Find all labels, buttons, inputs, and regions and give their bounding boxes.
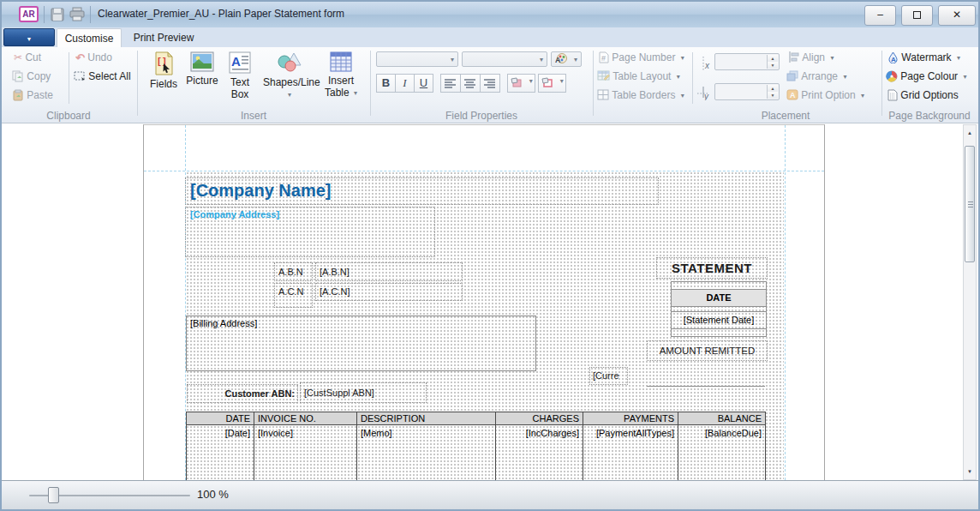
amount-remitted-line[interactable] bbox=[647, 386, 765, 387]
date-header-cell[interactable]: DATE bbox=[672, 290, 766, 307]
amount-remitted-field[interactable]: AMOUNT REMITTED bbox=[647, 340, 768, 361]
column-header[interactable]: DATE bbox=[187, 412, 254, 424]
table-cell[interactable]: [BalanceDue] bbox=[678, 425, 765, 480]
table-cell[interactable]: [Date] bbox=[187, 425, 254, 480]
statement-table[interactable]: DATE INVOICE NO. DESCRIPTION CHARGES PAY… bbox=[186, 412, 766, 480]
print-button[interactable] bbox=[69, 7, 86, 22]
grid-options-button[interactable]: Grid Options bbox=[887, 89, 959, 103]
svg-text:A: A bbox=[555, 56, 561, 64]
align-center-button[interactable] bbox=[460, 74, 481, 93]
currency-field[interactable]: [Curre bbox=[589, 367, 628, 385]
italic-icon: I bbox=[403, 76, 406, 89]
close-button[interactable]: ✕ bbox=[938, 5, 976, 26]
insert-table-button[interactable]: Insert Table ▾ bbox=[320, 50, 362, 104]
align-button[interactable]: Align ▾ bbox=[788, 51, 834, 65]
y-position-stepper[interactable]: ▲ ▼ bbox=[714, 83, 780, 100]
chevron-down-icon: ▼ bbox=[27, 36, 33, 42]
svg-text:A: A bbox=[891, 56, 896, 63]
page-number-button[interactable]: # Page Number ▾ bbox=[599, 51, 684, 65]
copy-button[interactable]: Copy bbox=[12, 70, 51, 84]
billing-address-field[interactable]: [Billing Address] bbox=[186, 316, 536, 371]
watermark-icon: A bbox=[887, 51, 899, 63]
font-family-select[interactable]: ▾ bbox=[376, 51, 458, 67]
acn-value-field[interactable]: [A.C.N] bbox=[315, 283, 463, 301]
scrollbar-thumb[interactable] bbox=[965, 146, 975, 262]
y-position-down-button[interactable]: ▼ bbox=[767, 92, 778, 99]
bold-button[interactable]: B bbox=[376, 74, 396, 93]
table-cell[interactable]: [Memo] bbox=[357, 425, 496, 480]
clipboard-group-label: Clipboard bbox=[2, 110, 135, 122]
page-colour-button[interactable]: Page Colour ▾ bbox=[886, 70, 966, 84]
company-address-field[interactable]: [Company Address] bbox=[185, 207, 435, 257]
statement-date-table[interactable]: DATE [Statement Date] bbox=[671, 281, 767, 337]
scroll-up-button[interactable]: ▲ bbox=[964, 125, 976, 141]
zoom-slider-thumb[interactable] bbox=[48, 487, 59, 503]
column-header[interactable]: BALANCE bbox=[678, 412, 765, 424]
table-cell[interactable]: [IncCharges] bbox=[496, 425, 583, 480]
print-icon bbox=[69, 7, 86, 22]
column-header[interactable]: INVOICE NO. bbox=[254, 412, 357, 424]
x-position-up-button[interactable]: ▲ bbox=[767, 55, 778, 62]
app-menu-button[interactable]: ▼ bbox=[3, 28, 55, 46]
table-cell[interactable]: [PaymentAllTypes] bbox=[583, 425, 678, 480]
y-position-up-button[interactable]: ▲ bbox=[767, 85, 778, 92]
app-window: AR Clearwater_Premier_AU - Plain Paper S… bbox=[0, 0, 980, 511]
statement-table-body-row[interactable]: [Date] [Invoice] [Memo] [IncCharges] [Pa… bbox=[186, 425, 766, 480]
picture-label: Picture bbox=[186, 75, 218, 87]
save-button[interactable] bbox=[50, 7, 67, 22]
table-spacer-row bbox=[672, 282, 766, 290]
acn-label-field[interactable]: A.C.N bbox=[274, 283, 313, 308]
design-canvas[interactable]: [Company Name] [Company Address] A.B.N [… bbox=[2, 123, 978, 480]
customer-abn-value-field[interactable]: [CustSuppl ABN] bbox=[300, 382, 427, 403]
statement-date-cell[interactable]: [Statement Date] bbox=[672, 312, 766, 329]
arrange-button[interactable]: Arrange ▾ bbox=[786, 70, 846, 84]
border-colour-button[interactable]: ▾ bbox=[538, 74, 566, 93]
right-margin-guide bbox=[785, 125, 786, 480]
cut-button[interactable]: ✂ Cut bbox=[14, 51, 41, 65]
svg-text:A: A bbox=[790, 91, 796, 99]
svg-text:x: x bbox=[704, 61, 710, 70]
column-header[interactable]: PAYMENTS bbox=[583, 412, 678, 424]
align-left-button[interactable] bbox=[440, 74, 461, 93]
x-position-stepper[interactable]: ▲ ▼ bbox=[714, 53, 780, 70]
tab-print-preview[interactable]: Print Preview bbox=[123, 28, 204, 47]
titlebar-divider bbox=[90, 6, 91, 23]
fill-colour-button[interactable]: ▾ bbox=[507, 74, 535, 93]
table-cell[interactable]: [Invoice] bbox=[254, 425, 357, 480]
watermark-button[interactable]: A Watermark ▾ bbox=[887, 51, 960, 65]
italic-button[interactable]: I bbox=[395, 74, 415, 93]
column-header[interactable]: DESCRIPTION bbox=[357, 412, 496, 424]
tab-customise[interactable]: Customise bbox=[57, 28, 122, 47]
text-box-button[interactable]: A Text Box bbox=[224, 50, 256, 104]
column-header[interactable]: CHARGES bbox=[496, 412, 583, 424]
table-layout-button[interactable]: Table Layout ▾ bbox=[597, 70, 680, 84]
align-right-button[interactable] bbox=[480, 74, 500, 93]
minimize-button[interactable]: – bbox=[864, 5, 896, 26]
chevron-down-icon: ▾ bbox=[527, 77, 533, 85]
vertical-scrollbar[interactable]: ▲ ▼ bbox=[963, 124, 977, 480]
scroll-down-button[interactable]: ▼ bbox=[964, 464, 976, 479]
undo-button[interactable]: ↶ Undo bbox=[75, 51, 112, 65]
x-position-down-button[interactable]: ▼ bbox=[767, 62, 778, 69]
select-all-button[interactable]: Select All bbox=[74, 70, 131, 84]
underline-button[interactable]: U bbox=[414, 74, 433, 93]
shapes-line-button[interactable]: Shapes/Line ▾ bbox=[263, 50, 316, 104]
abn-value-field[interactable]: [A.B.N] bbox=[315, 262, 463, 281]
picture-button[interactable]: Picture bbox=[182, 50, 222, 104]
fields-button[interactable]: [ ] Fields bbox=[146, 50, 181, 104]
customer-abn-label-field[interactable]: Customer ABN: bbox=[187, 384, 298, 403]
statement-title-field[interactable]: STATEMENT bbox=[656, 257, 768, 279]
table-borders-button[interactable]: Table Borders ▾ bbox=[597, 89, 684, 103]
print-option-button[interactable]: A Print Option ▾ bbox=[786, 89, 864, 103]
copy-label: Copy bbox=[27, 70, 51, 82]
app-logo-icon[interactable]: AR bbox=[19, 6, 39, 22]
font-size-select[interactable]: ▾ bbox=[462, 51, 547, 67]
table-spacer-row bbox=[672, 329, 766, 336]
form-page[interactable]: [Company Name] [Company Address] A.B.N [… bbox=[143, 124, 825, 480]
statement-table-header-row[interactable]: DATE INVOICE NO. DESCRIPTION CHARGES PAY… bbox=[186, 412, 766, 425]
abn-label-field[interactable]: A.B.N bbox=[274, 262, 313, 281]
maximize-button[interactable] bbox=[901, 5, 933, 26]
company-name-field[interactable]: [Company Name] bbox=[185, 177, 659, 205]
paste-button[interactable]: Paste bbox=[12, 89, 53, 103]
font-colour-button[interactable]: A ▾ bbox=[551, 51, 582, 67]
